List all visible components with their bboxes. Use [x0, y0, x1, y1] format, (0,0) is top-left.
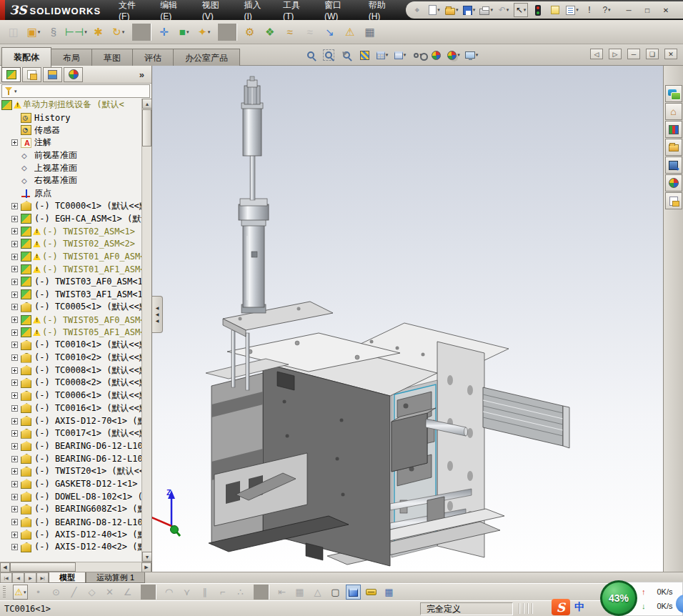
tree-item[interactable]: (-) AXIS-D12-40<2> (默认	[0, 541, 141, 554]
dropdown-caret-icon[interactable]: ▾	[24, 590, 26, 595]
tree-item[interactable]: 传感器	[0, 124, 141, 136]
assembly-xpert-icon[interactable]: ⚠ ▾	[341, 23, 359, 41]
menu-item[interactable]: 帮助(H)	[361, 0, 403, 20]
zoom-area-icon[interactable]: ▾	[321, 47, 336, 63]
motion-gear-icon[interactable]: ⚙ ▾	[241, 23, 259, 41]
edit-appearance-icon[interactable]: ▾	[428, 47, 444, 63]
close-button[interactable]: ✕	[659, 4, 673, 16]
dropdown-caret-icon[interactable]: ▾	[473, 7, 476, 13]
expand-toggle-icon[interactable]	[11, 354, 18, 361]
snap-length-icon[interactable]: ⇤ ▾	[274, 585, 289, 600]
tree-root-item[interactable]: 单动力剥扭线设备 (默认<	[0, 99, 141, 111]
dropdown-caret-icon[interactable]: ▾	[608, 7, 611, 13]
attachments-icon[interactable]: § ▾	[44, 23, 63, 41]
graphics-viewport[interactable]: Z X	[152, 66, 663, 572]
panel-splitter-handle[interactable]: ◀◀◀	[152, 296, 163, 333]
dropdown-caret-icon[interactable]: ▾	[490, 7, 493, 13]
rebuild-traffic-light-icon[interactable]: ▾	[531, 3, 545, 17]
dropdown-caret-icon[interactable]: ▾	[456, 7, 459, 13]
new-window-icon[interactable]: ▦ ▾	[361, 23, 379, 41]
view-orientation-icon[interactable]: ▾	[374, 47, 390, 63]
expand-toggle-icon[interactable]	[11, 519, 18, 525]
explode-line-sketch-icon[interactable]: ≈ ▾	[281, 23, 299, 41]
dropdown-caret-icon[interactable]: ▾	[404, 52, 407, 58]
save-icon[interactable]: ▾	[462, 3, 476, 17]
shaded-cube-icon[interactable]: ▾	[346, 585, 361, 600]
filter-caret-icon[interactable]: ▾	[14, 89, 17, 94]
minimize-button[interactable]: ─	[622, 4, 636, 16]
command-tab[interactable]: 布局	[51, 49, 92, 67]
dropdown-caret-icon[interactable]: ▾	[507, 7, 509, 13]
scroll-left-button[interactable]: ◀	[0, 562, 10, 572]
section-view-icon[interactable]: ▾	[357, 47, 372, 63]
mate-icon[interactable]: ⊢⊣ ▾	[64, 23, 88, 41]
expand-toggle-icon[interactable]	[11, 367, 18, 374]
wireframe-cube-icon[interactable]: ▢ ▾	[328, 585, 343, 600]
apply-scene-icon[interactable]: ▾	[446, 47, 462, 63]
select-cursor-icon[interactable]: ↖ ▾	[514, 3, 528, 17]
tab-first-button[interactable]: |◀	[0, 572, 12, 583]
menu-item[interactable]: 文件(F)	[111, 0, 152, 20]
tree-item[interactable]: (-) TWIST01_AF0_ASM<	[0, 250, 141, 263]
snap-tangent-icon[interactable]: ◠ ▾	[161, 585, 176, 600]
tree-item[interactable]: (-) TWIST05_AF1_ASM<	[0, 326, 141, 339]
expand-toggle-icon[interactable]	[11, 481, 18, 487]
tree-item[interactable]: 右视基准面	[0, 174, 141, 187]
dropdown-caret-icon[interactable]: ▾	[186, 29, 189, 35]
appearances-tab[interactable]	[64, 67, 83, 82]
tree-item[interactable]: (-) TC0010<2> (默认<<默	[0, 352, 141, 364]
new-document-icon[interactable]: ▾	[427, 3, 442, 17]
view-settings-icon[interactable]: ▾	[464, 47, 479, 63]
dropdown-caret-icon[interactable]: ▾	[386, 52, 389, 58]
exploded-view-icon[interactable]: ❖ ▾	[261, 23, 279, 41]
dropdown-caret-icon[interactable]: ▾	[524, 7, 527, 13]
tree-filter-bar[interactable]: ▾	[1, 84, 150, 98]
hide-show-items-icon[interactable]: ▾	[410, 47, 426, 63]
model-3d[interactable]: Z X	[152, 66, 663, 572]
expand-toggle-icon[interactable]	[11, 379, 18, 386]
dropdown-caret-icon[interactable]: ▾	[122, 29, 125, 35]
tree-item[interactable]: History	[0, 111, 141, 124]
dropdown-caret-icon[interactable]: ▾	[208, 29, 211, 35]
expand-toggle-icon[interactable]	[11, 216, 18, 222]
tree-item[interactable]: (-) TC0005<1> (默认<<默	[0, 301, 141, 314]
evaluate-table-icon[interactable]: ▦ ▾	[382, 585, 397, 600]
toolbar-grip[interactable]	[3, 586, 6, 599]
snap-center-icon[interactable]: ⊙ ▾	[49, 585, 64, 600]
snap-icon[interactable]: ▾	[254, 585, 269, 600]
expand-toggle-icon[interactable]	[11, 329, 18, 336]
snap-line-icon[interactable]: ╱ ▾	[66, 585, 81, 600]
custom-properties-icon[interactable]	[665, 192, 682, 209]
expand-toggle-icon[interactable]	[11, 317, 18, 323]
undo-icon[interactable]: ↶ ▾	[497, 3, 511, 17]
tree-item[interactable]: (-) TC0016<1> (默认<<默	[0, 402, 141, 415]
home-icon[interactable]: ⌂	[665, 103, 682, 120]
command-tab[interactable]: 办公室产品	[173, 49, 240, 67]
expand-toggle-icon[interactable]	[11, 456, 18, 462]
doc-minimize-button[interactable]: ─	[627, 49, 640, 59]
tree-item[interactable]: (-) TC0010<1> (默认<<默	[0, 339, 141, 352]
tree-item[interactable]: 前视基准面	[0, 149, 141, 162]
snap-point-icon[interactable]: • ▾	[31, 585, 46, 600]
expand-toggle-icon[interactable]	[11, 405, 18, 412]
configurationmanager-tab[interactable]	[43, 67, 62, 82]
tree-item[interactable]: (-) TC0008<2> (默认<<默	[0, 377, 141, 389]
command-tab[interactable]: 装配体	[1, 47, 51, 67]
tree-item[interactable]: (-) GASKET8-D12-1<1> (默	[0, 478, 141, 491]
doc-close-button[interactable]: ✕	[664, 49, 677, 59]
tree-item[interactable]: 注解	[0, 136, 141, 149]
toolbar-icon[interactable]: ▾	[132, 24, 151, 41]
interference-detection-icon[interactable]: ↘ ▾	[321, 23, 339, 41]
expand-toggle-icon[interactable]	[11, 544, 18, 550]
expand-toggle-icon[interactable]	[11, 506, 18, 512]
snap-angle-icon[interactable]: ∠ ▾	[120, 585, 135, 600]
rotate-component-icon[interactable]: ↻ ▾	[109, 23, 128, 41]
expand-toggle-icon[interactable]	[11, 532, 18, 538]
sogou-logo-icon[interactable]: S	[552, 599, 570, 615]
zoom-to-selection-icon[interactable]: ▾	[339, 47, 354, 63]
tree-item[interactable]: 上视基准面	[0, 162, 141, 174]
snap-points-icon[interactable]: ∴ ▾	[233, 585, 248, 600]
pin-menu-icon[interactable]: ⌖ ▾	[410, 3, 424, 17]
snap-perpendicular-icon[interactable]: ⌐ ▾	[215, 585, 230, 600]
dropdown-caret-icon[interactable]: ▾	[476, 52, 479, 58]
